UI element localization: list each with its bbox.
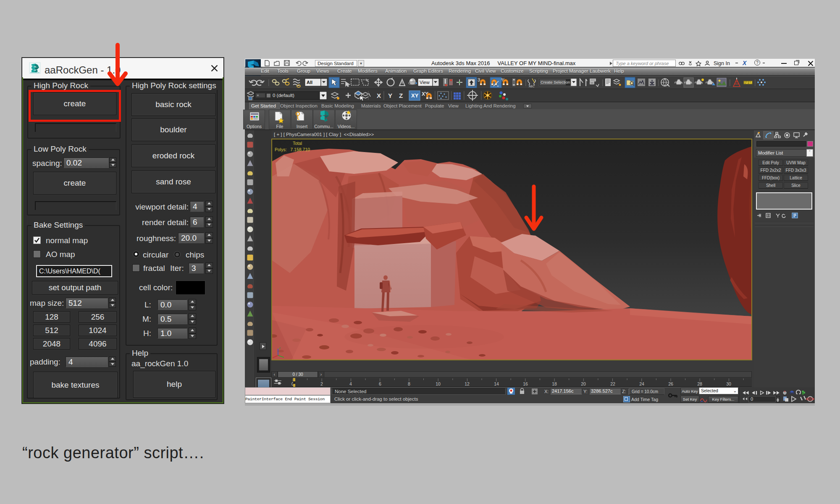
svg-text:24: 24 bbox=[639, 381, 644, 386]
svg-text:16: 16 bbox=[523, 381, 528, 386]
svg-text:View: View bbox=[420, 80, 430, 85]
svg-text:10: 10 bbox=[436, 381, 441, 386]
svg-text:3: 3 bbox=[478, 77, 480, 82]
svg-text:8: 8 bbox=[408, 381, 410, 386]
svg-text:22: 22 bbox=[610, 381, 615, 386]
svg-text:All: All bbox=[307, 80, 312, 85]
svg-text:18: 18 bbox=[552, 381, 557, 386]
svg-text:z: z bbox=[279, 346, 281, 350]
svg-text:Z: Z bbox=[399, 92, 403, 99]
svg-text:Polys: 7.158.710: Polys: 7.158.710 bbox=[275, 147, 310, 152]
svg-text:12: 12 bbox=[465, 381, 470, 386]
svg-text:ABC: ABC bbox=[529, 85, 535, 88]
svg-text:X: X bbox=[377, 92, 381, 99]
svg-text:6: 6 bbox=[379, 381, 381, 386]
svg-text:20: 20 bbox=[581, 381, 586, 386]
svg-text:2: 2 bbox=[320, 381, 323, 386]
svg-text:26: 26 bbox=[668, 381, 673, 386]
svg-text:Y: Y bbox=[388, 92, 392, 99]
svg-text:4: 4 bbox=[349, 381, 352, 386]
svg-text:XY: XY bbox=[411, 92, 419, 99]
svg-text:Total: Total bbox=[293, 141, 302, 146]
svg-text:0 (default): 0 (default) bbox=[273, 93, 294, 98]
svg-text:28: 28 bbox=[697, 381, 702, 386]
svg-text:14: 14 bbox=[494, 381, 499, 386]
svg-text:30: 30 bbox=[726, 381, 731, 386]
